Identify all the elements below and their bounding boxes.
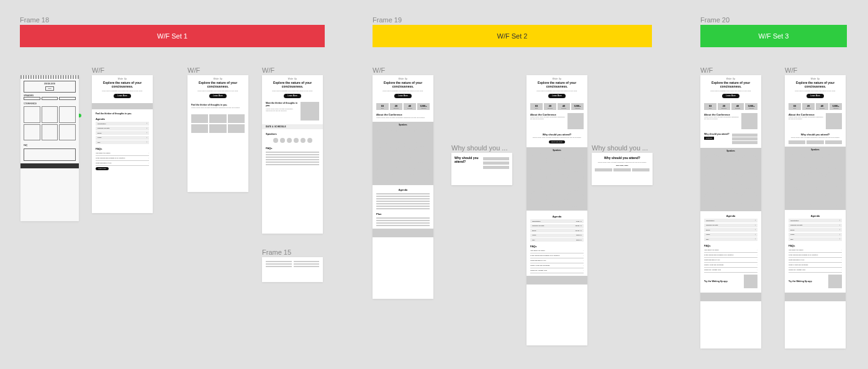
dont-wait-btn[interactable]: Don't wait, start!	[549, 140, 565, 144]
meet-sub: Lorem ipsum dolor sit amet consectetur a…	[266, 108, 299, 112]
header-set3[interactable]: W/F Set 3	[700, 25, 847, 47]
design-canvas[interactable]: Frame 18 Frame 19 Frame 20 W/F Set 1 W/F…	[0, 0, 868, 369]
artboard-wf-3a[interactable]: Wake Up Explore the nature of your conci…	[700, 75, 761, 348]
sketch-faq-box	[24, 148, 76, 161]
artboard-sketch[interactable]: WE BELIEVE Tabs SPEAKERS CONFERENCE FAQ	[20, 75, 79, 221]
agenda-title: Agenda	[92, 116, 153, 121]
brand: Wake Up	[704, 78, 757, 80]
about-text: Lorem ipsum dolor sit amet consectetur a…	[530, 116, 566, 120]
faqs-title: FAQs	[262, 145, 323, 150]
about-text: Lorem ipsum dolor sit amet consectetur a…	[373, 117, 433, 121]
brand: Wake Up	[191, 78, 245, 80]
brand: Wake Up	[96, 78, 149, 80]
faq-row: How does it all work?+	[789, 248, 842, 253]
wf-label-1: W/F	[92, 66, 104, 74]
faq-row: Where do I contact you?+	[789, 268, 842, 273]
faq-row: Is the Waking app available in my countr…	[96, 156, 149, 161]
dont-wait-label: Don't wait, start!	[595, 165, 649, 166]
hero-cta[interactable]: Learn More	[722, 94, 739, 98]
faq-row: What language is it in?+	[96, 161, 149, 166]
small-cta[interactable]: Learn More	[96, 167, 109, 170]
speakers-band: Speakers	[527, 147, 587, 211]
featured-tag: Featured	[704, 137, 714, 140]
footer	[700, 293, 761, 301]
why-title: Why should you attend?	[595, 156, 649, 160]
sketch-hero: WE BELIEVE Tabs	[24, 81, 76, 93]
artboard-wf-2a[interactable]: Wake Up Explore the nature of your conci…	[373, 75, 433, 299]
agenda-row: Q&A3:00 PM	[530, 238, 584, 242]
hero-cta[interactable]: Learn More	[284, 94, 301, 98]
agenda-row: Opening Keynote›	[789, 224, 842, 227]
about-title: About the Conference	[373, 111, 433, 117]
artboard-wf-2b[interactable]: Wake Up Explore the nature of your conci…	[527, 75, 587, 345]
img-row	[188, 114, 248, 123]
sketch-grid	[20, 105, 79, 142]
plan-title: Plan	[373, 211, 433, 216]
agenda-row: Registration›	[704, 219, 757, 222]
hero-title: Explore the nature of your conciousness.	[704, 81, 757, 89]
feel-title: Feel the thinker of thoughts in you.	[92, 111, 153, 116]
faq-row: Where do I contact you?+	[530, 268, 584, 273]
agenda-row: Panel›	[789, 233, 842, 237]
sketch-conf-label: CONFERENCE	[20, 100, 79, 105]
agenda-row: Registration›	[789, 219, 842, 222]
try-title: Try the Waking Up app	[789, 280, 826, 283]
wf-label-2a: W/F	[373, 66, 385, 74]
agenda-row: Break›	[96, 131, 149, 135]
header-set2[interactable]: W/F Set 2	[373, 25, 652, 47]
artboard-frame15[interactable]	[262, 257, 323, 282]
try-image	[828, 275, 842, 288]
artboard-why-mini-1[interactable]: Why should you attend?	[451, 153, 512, 185]
frame-label-19: Frame 19	[373, 16, 402, 24]
hero-cta[interactable]: Learn More	[394, 94, 411, 98]
brand: Wake Up	[530, 78, 584, 80]
footer	[527, 276, 587, 285]
footer	[785, 293, 846, 301]
about-image	[567, 113, 584, 129]
hero-cta[interactable]: Learn More	[209, 94, 226, 98]
hero-cta[interactable]: Learn More	[114, 94, 130, 98]
hero-cta[interactable]: Learn More	[548, 94, 565, 98]
wf-label-3: W/F	[262, 66, 274, 74]
faqs-title: FAQs	[92, 145, 153, 151]
hero-title: Explore the nature of your conciousness.	[266, 81, 319, 89]
agenda-row: Panel1:00 PM	[530, 234, 584, 237]
sketch-tabs: Tabs	[45, 86, 53, 91]
stats-row: 03Days 20Speakers 40Sessions 1200+Attend…	[700, 102, 761, 111]
agenda-row: Panel›	[96, 136, 149, 140]
artboard-wf-1a[interactable]: Wake Up Explore the nature of your conci…	[92, 75, 153, 213]
pill-row	[595, 168, 649, 171]
brand: Wake Up	[789, 78, 842, 80]
agenda-row: Registration9:00 AM	[530, 219, 584, 223]
faqs-title: FAQs	[700, 242, 761, 248]
wf-label-2: W/F	[188, 66, 200, 74]
stats-row: 03Days 20Speakers 40Sessions 1200+Attend…	[373, 102, 433, 111]
artboard-why-mini-2[interactable]: Why should you attend? Lorem ipsum dolor…	[592, 153, 653, 185]
hero-cta[interactable]: Learn More	[807, 94, 823, 98]
header-set1[interactable]: W/F Set 1	[20, 25, 325, 47]
stats-row: 03Days 20Speakers 40Sessions 1200+Attend…	[785, 102, 846, 111]
mini-label-2: Why should you ...	[592, 144, 648, 152]
artboard-wf-1c[interactable]: Wake Up Explore the nature of your conci…	[262, 75, 323, 234]
about-image	[826, 113, 842, 129]
try-title: Try the Waking Up app	[704, 280, 742, 283]
speakers-band: Speakers	[373, 122, 433, 185]
artboard-wf-3b[interactable]: Wake Up Explore the nature of your conci…	[785, 75, 846, 348]
faqs-title: FAQs	[785, 242, 846, 248]
footer	[373, 229, 433, 237]
hero-sub: Learn how to meditate and explore the na…	[191, 90, 245, 92]
hero-sub: Learn how to meditate and explore the na…	[789, 90, 842, 92]
agenda-row: Q&A›	[96, 140, 149, 144]
faq-row: Is the Waking app available in my countr…	[530, 253, 584, 258]
agenda-row: Q&A›	[704, 237, 757, 241]
artboard-wf-1b[interactable]: Wake Up Explore the nature of your conci…	[188, 75, 248, 192]
date-schedule-title: DATE & SCHEDULE	[262, 124, 323, 129]
brand: Wake Up	[266, 78, 319, 80]
why-title: Why should you attend?	[704, 133, 730, 135]
faq-row: What if I don't feel anything?+	[704, 263, 757, 268]
stats-row: 03Days 20Speakers 40Sessions 1200+Attend…	[527, 102, 587, 111]
speakers-title: Speakers	[262, 130, 323, 136]
meet-title: Meet the thinker of thoughts in you.	[266, 102, 299, 107]
feel-title: Feel the thinker of thoughts in you.	[188, 102, 248, 107]
meet-image	[301, 102, 319, 121]
